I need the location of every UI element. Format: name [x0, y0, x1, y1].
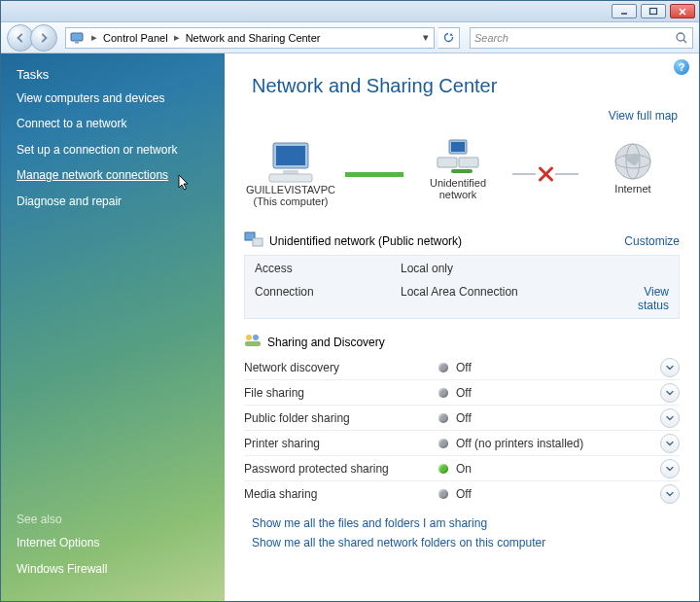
sharing-row-value: Off [456, 386, 660, 400]
sharing-icon [244, 333, 262, 351]
network-map: GUILLEVISTAVPC (This computer) [225, 123, 699, 219]
sharing-row: Printer sharingOff (no printers installe… [244, 431, 680, 456]
current-network-section: Unidentified network (Public network) Cu… [225, 219, 699, 319]
map-node-this-computer[interactable]: GUILLEVISTAVPC (This computer) [244, 141, 337, 207]
expand-button[interactable] [660, 358, 680, 377]
connection-broken-icon [536, 164, 555, 184]
sharing-row-name: Printer sharing [244, 437, 438, 450]
expand-button[interactable] [660, 484, 680, 504]
map-node-label: Unidentified network [411, 177, 505, 200]
address-bar[interactable]: ▸ Control Panel ▸ Network and Sharing Ce… [65, 27, 435, 49]
map-node-network[interactable]: Unidentified network [411, 134, 505, 213]
connection-value: Local Area Connection [401, 285, 611, 312]
globe-icon [606, 140, 660, 183]
expand-button[interactable] [660, 434, 680, 453]
window: ▸ Control Panel ▸ Network and Sharing Ce… [0, 0, 700, 602]
svg-point-22 [246, 335, 252, 340]
page-title: Network and Sharing Center [225, 53, 699, 109]
task-connect-network[interactable]: Connect to a network [17, 117, 209, 130]
access-value: Local only [401, 262, 611, 275]
sharing-row: Public folder sharingOff [244, 406, 680, 431]
svg-rect-13 [459, 158, 478, 167]
sharing-row-value: Off (no printers installed) [456, 437, 660, 450]
network-details-panel: Access Local only Connection Local Area … [244, 255, 680, 319]
navbar: ▸ Control Panel ▸ Network and Sharing Ce… [1, 22, 699, 53]
map-node-internet[interactable]: Internet [586, 140, 680, 207]
sharing-row-name: Public folder sharing [244, 411, 438, 425]
task-setup-connection[interactable]: Set up a connection or network [17, 143, 209, 157]
sharing-row-value: Off [456, 487, 660, 501]
svg-rect-5 [75, 42, 79, 44]
svg-rect-16 [451, 169, 472, 173]
status-dot-icon [438, 464, 448, 474]
show-shared-folders-link[interactable]: Show me all the shared network folders o… [252, 536, 680, 549]
control-panel-icon [68, 29, 86, 47]
breadcrumb-separator: ▸ [170, 31, 184, 44]
forward-button[interactable] [30, 24, 57, 52]
view-status-link[interactable]: View status [611, 285, 669, 312]
sharing-discovery-list: Network discoveryOffFile sharingOffPubli… [225, 355, 699, 507]
svg-rect-15 [451, 142, 465, 152]
minimize-button[interactable] [612, 4, 637, 18]
network-section-label: Unidentified network (Public network) [269, 234, 462, 248]
svg-rect-1 [650, 8, 657, 14]
sharing-row-value: Off [456, 361, 660, 374]
svg-rect-10 [283, 170, 298, 174]
sharing-row-name: Network discovery [244, 361, 438, 374]
svg-rect-9 [276, 146, 305, 165]
sharing-row: Network discoveryOff [244, 355, 680, 380]
task-diagnose-repair[interactable]: Diagnose and repair [17, 195, 209, 208]
breadcrumb-item[interactable]: Control Panel [101, 32, 170, 44]
view-full-map-link[interactable]: View full map [225, 109, 699, 123]
sharing-row-value: On [456, 462, 660, 476]
sharing-row: Password protected sharingOn [244, 456, 680, 481]
seealso-windows-firewall[interactable]: Windows Firewall [17, 562, 209, 576]
svg-point-6 [677, 33, 684, 41]
connection-label: Connection [255, 285, 401, 312]
map-node-label: GUILLEVISTAVPC [246, 184, 335, 195]
task-view-computers[interactable]: View computers and devices [17, 91, 209, 105]
help-icon[interactable]: ? [674, 59, 689, 75]
maximize-button[interactable] [641, 4, 666, 18]
sharing-discovery-header: Sharing and Discovery [225, 319, 699, 355]
refresh-button[interactable] [438, 27, 460, 49]
expand-button[interactable] [660, 383, 680, 403]
map-node-sublabel: (This computer) [253, 195, 328, 207]
network-icon [431, 134, 485, 177]
svg-rect-21 [253, 238, 262, 246]
seealso-heading: See also [17, 513, 209, 526]
breadcrumb-item[interactable]: Network and Sharing Center [184, 32, 323, 44]
bottom-links: Show me all the files and folders I am s… [225, 507, 699, 571]
address-dropdown[interactable]: ▾ [418, 31, 434, 44]
nav-buttons [7, 24, 57, 52]
sharing-heading: Sharing and Discovery [267, 336, 385, 349]
task-manage-connections[interactable]: Manage network connections [17, 168, 209, 182]
customize-link[interactable]: Customize [624, 234, 680, 248]
seealso-internet-options[interactable]: Internet Options [17, 536, 209, 549]
map-link-broken [512, 164, 578, 184]
svg-line-7 [683, 40, 686, 43]
svg-rect-24 [245, 341, 261, 346]
svg-rect-4 [71, 33, 83, 41]
close-button[interactable] [670, 4, 695, 18]
status-dot-icon [438, 388, 448, 398]
search-input[interactable]: Search [470, 27, 693, 49]
status-dot-icon [438, 439, 448, 448]
sidebar: Tasks View computers and devices Connect… [1, 53, 225, 601]
svg-point-23 [253, 335, 259, 340]
sharing-row-name: Password protected sharing [244, 462, 438, 476]
network-small-icon [244, 230, 263, 251]
access-label: Access [255, 262, 401, 275]
computer-icon [263, 141, 318, 184]
search-icon [675, 31, 688, 45]
status-dot-icon [438, 363, 448, 372]
sharing-row: Media sharingOff [244, 481, 680, 507]
svg-rect-11 [269, 174, 312, 182]
titlebar [1, 1, 699, 22]
show-shared-files-link[interactable]: Show me all the files and folders I am s… [252, 516, 680, 530]
map-link-active [345, 172, 403, 175]
status-dot-icon [438, 489, 448, 499]
expand-button[interactable] [660, 408, 680, 428]
expand-button[interactable] [660, 459, 680, 478]
sharing-row-value: Off [456, 411, 660, 425]
